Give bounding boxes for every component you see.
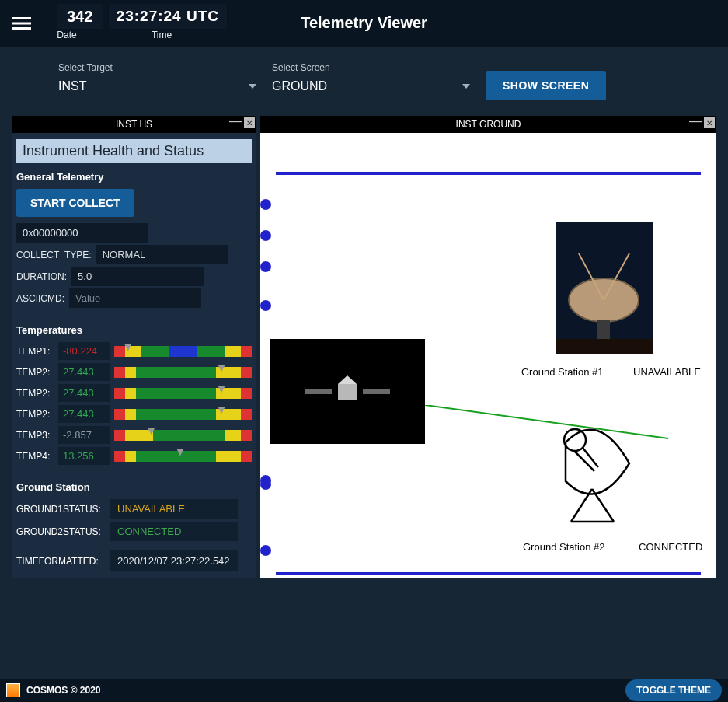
clock-date-label: Date [43,30,91,40]
start-collect-button[interactable]: START COLLECT [16,189,134,217]
timeformatted-value: 2020/12/07 23:27:22.542 [110,550,238,571]
blue-dot [260,199,271,210]
temp-value: -2.857 [58,426,110,444]
temp-gauge [114,388,252,399]
temp-label: TEMP4: [16,451,54,462]
gs1-name: Ground Station #1 [521,366,604,378]
bottom-bar [276,572,701,575]
ground2-label: GROUND2STATUS: [16,526,110,537]
temp-row: TEMP2:27.443 [16,384,252,402]
temp-gauge [114,430,252,441]
temp-row: TEMP2:27.443 [16,363,252,381]
clock-date: 342 [57,3,103,30]
ground2-status: CONNECTED [110,522,238,541]
temp-gauge [114,367,252,378]
menu-button[interactable] [0,0,43,47]
temp-gauge [114,409,252,420]
temp-row: TEMP1:-80.224 [16,342,252,360]
temperatures-title: Temperatures [16,324,252,336]
footer-brand: COSMOS © 2020 [26,685,101,696]
gs2-name: Ground Station #2 [523,541,605,553]
svg-line-17 [592,489,614,522]
asciicmd-value[interactable]: Value [69,288,201,308]
temp-row: TEMP4:13.256 [16,447,252,465]
duration-value[interactable]: 5.0 [71,267,204,286]
asciicmd-label: ASCIICMD: [16,293,64,304]
svg-rect-0 [12,17,31,19]
svg-line-16 [571,489,592,522]
hs-header: Instrument Health and Status [16,139,252,163]
toggle-theme-button[interactable]: TOGGLE THEME [625,679,722,701]
top-bar [276,172,701,175]
screen-label: Select Screen [272,62,470,73]
collect-type-label: COLLECT_TYPE: [16,250,92,260]
temp-gauge [114,451,252,462]
screen-select[interactable]: GROUND [272,75,470,100]
panel-hs-title: INST HS [12,119,256,130]
temp-value: 27.443 [58,363,110,381]
show-screen-button[interactable]: SHOW SCREEN [486,71,606,100]
temp-label: TEMP1: [16,346,54,357]
footer: COSMOS © 2020 TOGGLE THEME [0,679,728,702]
cosmos-logo-icon [6,683,20,697]
temp-row: TEMP3:-2.857 [16,426,252,444]
svg-rect-12 [556,339,653,354]
minimize-icon[interactable]: — [690,117,701,128]
panel-inst-hs: INST HS — ✕ Instrument Health and Status… [12,116,256,578]
chevron-down-icon [249,84,256,89]
address-value: 0x00000000 [16,223,148,243]
gs1-status: UNAVAILABLE [633,366,701,378]
ground-station-2-image [552,421,637,529]
blue-dot [260,479,271,490]
gs2-status: CONNECTED [639,541,702,553]
svg-rect-4 [363,389,390,394]
svg-rect-1 [12,23,31,25]
svg-rect-3 [305,389,332,394]
temp-value: -80.224 [58,342,110,360]
ground1-label: GROUND1STATUS: [16,504,110,515]
temp-value: 27.443 [58,405,110,423]
clock-time: 23:27:24 UTC [108,3,228,30]
clock-time-label: Time [96,30,228,40]
minimize-icon[interactable]: — [230,117,241,128]
temp-label: TEMP2: [16,409,54,420]
screen-value: GROUND [272,79,327,93]
ground-station-title: Ground Station [16,481,252,493]
blue-dot [260,545,271,556]
timeformatted-label: TIMEFORMATTED: [16,556,110,567]
chevron-down-icon [462,84,470,89]
panel-inst-ground: INST GROUND — ✕ [260,116,716,578]
temp-gauge [114,346,252,357]
ground-station-1-image [556,222,653,354]
temp-label: TEMP2: [16,367,54,378]
ground1-status: UNAVAILABLE [110,499,238,519]
duration-label: DURATION: [16,271,67,282]
blue-dot [260,300,271,311]
target-label: Select Target [58,62,256,73]
svg-rect-2 [12,27,31,30]
panel-ground-title: INST GROUND [260,119,716,130]
blue-dot [260,261,271,272]
general-telemetry-title: General Telemetry [16,171,252,183]
target-value: INST [58,79,86,93]
temp-value: 27.443 [58,384,110,402]
collect-type-value[interactable]: NORMAL [96,245,228,264]
temp-label: TEMP3: [16,430,54,441]
svg-rect-5 [338,384,357,400]
close-icon[interactable]: ✕ [244,117,255,128]
temp-label: TEMP2: [16,388,54,399]
temp-row: TEMP2:27.443 [16,405,252,423]
blue-dot [260,230,271,241]
satellite-image [270,339,425,444]
close-icon[interactable]: ✕ [704,117,715,128]
svg-line-14 [583,448,598,467]
svg-line-15 [575,452,594,471]
target-select[interactable]: INST [58,75,256,100]
temp-value: 13.256 [58,447,110,465]
